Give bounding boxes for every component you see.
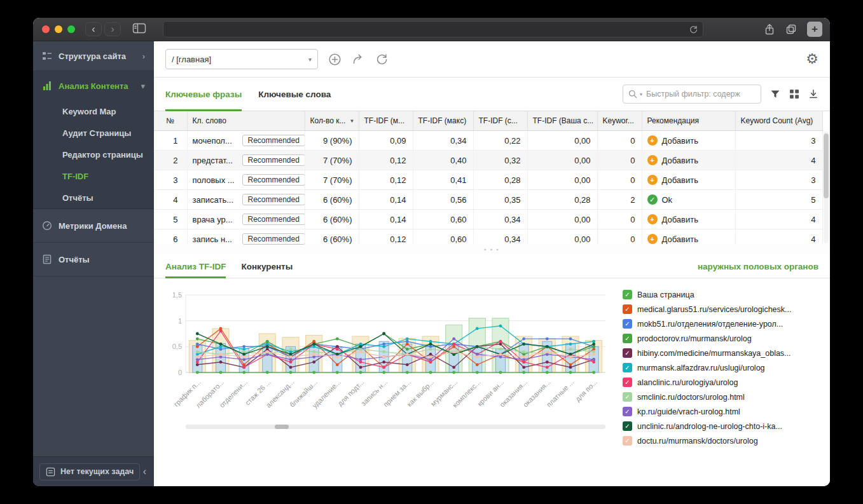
- legend-checkbox[interactable]: ✓: [623, 304, 632, 314]
- quick-filter-input[interactable]: [645, 89, 756, 99]
- add-icon[interactable]: +: [647, 135, 658, 146]
- col-keyword[interactable]: Кл. слово: [187, 111, 305, 131]
- legend-checkbox[interactable]: ✓: [623, 319, 632, 329]
- legend-checkbox[interactable]: ✓: [623, 290, 632, 299]
- legend-checkbox[interactable]: ✓: [623, 334, 632, 343]
- legend-item[interactable]: ✓Ваша страница: [623, 289, 821, 301]
- open-page-button[interactable]: [352, 53, 365, 66]
- columns-button[interactable]: [789, 89, 799, 99]
- legend-item[interactable]: ✓hibiny.com/medicine/murmanskaya_oblas..…: [623, 347, 821, 359]
- col-keywords[interactable]: Keywor...: [597, 111, 642, 131]
- sidebar-item-domain-metrics[interactable]: Метрики Домена: [33, 209, 154, 243]
- table-row[interactable]: 2предстат...Recommended7 (70%)0,120,400,…: [154, 151, 822, 170]
- legend-item[interactable]: ✓kp.ru/guide/vrach-urolog.html: [623, 405, 821, 418]
- legend-checkbox[interactable]: ✓: [623, 348, 632, 358]
- analysis-tabbar: Анализ TF-IDF Конкуренты наружных половы…: [154, 255, 830, 278]
- forward-button[interactable]: ›: [104, 22, 121, 36]
- search-caret-icon[interactable]: ▾: [640, 92, 642, 97]
- tfidf-your-cell: 0,00: [527, 210, 597, 229]
- recommendation-cell[interactable]: +Добавить: [642, 229, 735, 245]
- tab-key-words[interactable]: Ключевые слова: [258, 78, 331, 111]
- col-tfidf-avg[interactable]: TF-IDF (с...: [473, 111, 527, 131]
- col-count[interactable]: Кол-во к...▼: [305, 111, 359, 131]
- table-row[interactable]: 3половых ...Recommended7 (70%)0,120,410,…: [154, 170, 822, 190]
- new-tab-button[interactable]: +: [807, 22, 822, 37]
- export-button[interactable]: [808, 89, 818, 99]
- legend-item[interactable]: ✓medical.glarus51.ru/services/urologiche…: [623, 303, 821, 315]
- recommendation-cell[interactable]: +Добавить: [642, 210, 735, 229]
- recommendation-cell[interactable]: +Добавить: [642, 131, 735, 151]
- table-scrollbar-thumb[interactable]: [824, 133, 829, 198]
- tab-competitors[interactable]: Конкуренты: [241, 255, 293, 278]
- legend-checkbox[interactable]: ✓: [623, 378, 632, 387]
- table-row[interactable]: 4записать...Recommended6 (60%)0,140,560,…: [154, 190, 822, 210]
- legend-checkbox[interactable]: ✓: [623, 407, 632, 416]
- filter-button[interactable]: [770, 90, 780, 99]
- sidebar-item-keyword-map[interactable]: Keyword Map: [33, 100, 154, 122]
- refresh-button[interactable]: [375, 53, 389, 66]
- table-row[interactable]: 5врача ур...Recommended6 (60%)0,140,600,…: [154, 210, 822, 229]
- tfidf-avg-cell: 0,34: [473, 210, 527, 229]
- col-number[interactable]: №: [154, 111, 187, 131]
- page-selector[interactable]: / [главная] ▾: [165, 49, 318, 69]
- keyword-text: предстат...: [193, 156, 238, 165]
- content-analysis-icon: [42, 81, 52, 91]
- table-scrollbar[interactable]: [824, 132, 829, 243]
- close-window-button[interactable]: [42, 25, 50, 33]
- tab-overview-button[interactable]: [785, 24, 797, 35]
- add-page-button[interactable]: [328, 53, 342, 66]
- recommendation-cell[interactable]: ✓Ok: [642, 190, 735, 210]
- panel-splitter[interactable]: • • •: [154, 245, 830, 255]
- legend-checkbox[interactable]: ✓: [623, 436, 632, 446]
- table-row[interactable]: 1мочепол...Recommended9 (90%)0,090,340,2…: [154, 131, 822, 151]
- legend-item[interactable]: ✓mokb51.ru/отделения/отделение-урол...: [623, 318, 821, 330]
- chart-scrollbar[interactable]: [186, 425, 605, 429]
- chart-scrollbar-thumb[interactable]: [275, 425, 289, 429]
- recommendation-cell[interactable]: +Добавить: [642, 151, 735, 170]
- col-recommendation[interactable]: Рекомендация: [642, 111, 735, 131]
- quick-filter[interactable]: ▾: [623, 85, 761, 104]
- reload-icon[interactable]: [689, 25, 698, 34]
- legend-item[interactable]: ✓murmansk.alfazdrav.ru/uslugi/urolog: [623, 362, 821, 374]
- col-tfidf-min[interactable]: TF-IDF (м...: [359, 111, 413, 131]
- sidebar-item-reports-sub[interactable]: Отчёты: [33, 187, 154, 208]
- recommended-badge: Recommended: [242, 194, 305, 205]
- address-bar[interactable]: [163, 21, 703, 37]
- settings-gear-icon[interactable]: ⚙: [806, 51, 818, 67]
- sidebar-collapse-button[interactable]: ‹: [141, 466, 149, 477]
- legend-item[interactable]: ✓alanclinic.ru/urologiya/urolog: [623, 376, 821, 388]
- tfidf-your-cell: 0,00: [527, 131, 597, 151]
- tab-key-phrases[interactable]: Ключевые фразы: [165, 78, 242, 111]
- col-tfidf-max[interactable]: TF-IDF (макс): [413, 111, 473, 131]
- col-keyword-count-avg[interactable]: Keyword Count (Avg): [735, 111, 822, 131]
- sidebar-item-site-structure[interactable]: Структура сайта ›: [33, 41, 154, 71]
- legend-item[interactable]: ✓prodoctorov.ru/murmansk/urolog: [623, 332, 821, 344]
- legend-item[interactable]: ✓smclinic.ru/doctors/urolog.html: [623, 391, 821, 403]
- legend-item[interactable]: ✓doctu.ru/murmansk/doctors/urolog: [623, 435, 821, 447]
- table-row[interactable]: 6запись н...Recommended6 (60%)0,120,600,…: [154, 229, 822, 245]
- legend-checkbox[interactable]: ✓: [623, 363, 632, 372]
- col-tfidf-your[interactable]: TF-IDF (Ваша с...: [527, 111, 597, 131]
- tfidf-max-cell: 0,41: [413, 170, 473, 190]
- add-icon[interactable]: +: [647, 155, 658, 165]
- sidebar-toggle-button[interactable]: [130, 21, 149, 37]
- legend-item[interactable]: ✓unclinic.ru/androlog-ne-urolog-chto-i-k…: [623, 420, 821, 432]
- legend-checkbox[interactable]: ✓: [623, 392, 632, 402]
- add-icon[interactable]: +: [647, 234, 658, 244]
- add-icon[interactable]: +: [647, 175, 658, 185]
- ok-icon[interactable]: ✓: [647, 194, 658, 205]
- sidebar-item-tfidf[interactable]: TF-IDF: [33, 165, 154, 187]
- sidebar-item-reports[interactable]: Отчёты: [33, 243, 154, 276]
- zoom-window-button[interactable]: [67, 25, 75, 33]
- sidebar-item-page-editor[interactable]: Редактор страницы: [33, 144, 154, 165]
- selected-phrase[interactable]: наружных половых органов: [698, 255, 818, 278]
- recommendation-cell[interactable]: +Добавить: [642, 170, 735, 190]
- add-icon[interactable]: +: [647, 214, 658, 224]
- legend-checkbox[interactable]: ✓: [623, 421, 632, 431]
- sidebar-item-page-audit[interactable]: Аудит Страницы: [33, 122, 154, 144]
- sidebar-item-content-analysis[interactable]: Анализ Контента ▾: [33, 71, 154, 100]
- share-button[interactable]: [764, 24, 775, 36]
- tab-tfidf-analysis[interactable]: Анализ TF-IDF: [165, 255, 226, 278]
- back-button[interactable]: ‹: [85, 22, 102, 36]
- minimize-window-button[interactable]: [55, 25, 62, 33]
